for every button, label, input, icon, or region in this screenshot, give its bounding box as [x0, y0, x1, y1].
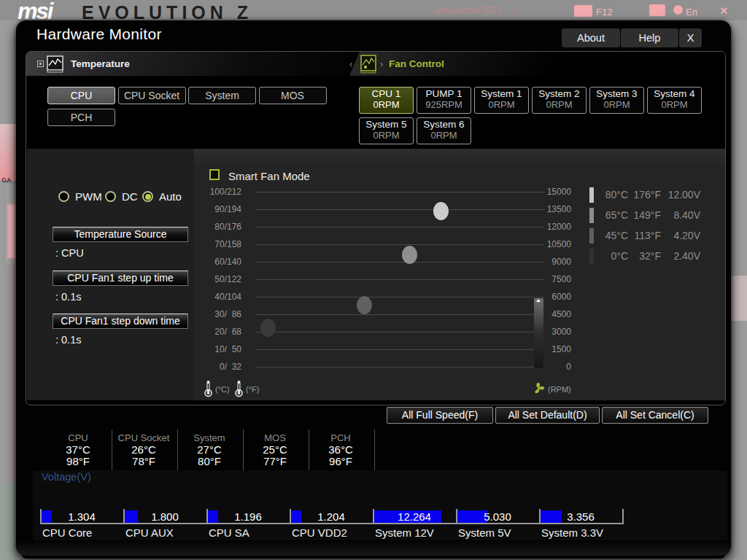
status-temp-f-3: 77°F [242, 455, 308, 467]
about-button[interactable]: About [562, 28, 620, 47]
mode-radio-pwm[interactable] [58, 191, 69, 202]
ref-temp-f-2: 113°F [629, 230, 661, 241]
field-value-2: : 0.1s [55, 334, 81, 346]
fan-prev-chevron[interactable]: ‹ [349, 58, 352, 69]
language-label[interactable]: En [686, 7, 697, 18]
footer-button-1[interactable]: All Set Default(D) [495, 407, 600, 424]
fan-button-pump-1[interactable]: PUMP 1925RPM [417, 87, 471, 114]
ref-temp-f-1: 149°F [629, 209, 661, 221]
fan-button-system-6[interactable]: System 60RPM [417, 117, 471, 144]
smart-fan-mode-checkbox[interactable] [209, 169, 220, 180]
monitor-icon[interactable] [649, 4, 665, 16]
bg-decor-right [731, 276, 747, 321]
bg-sidebar-tab [0, 124, 16, 181]
temp-tick-9: 10/50 [183, 344, 241, 354]
footer-button-0[interactable]: All Full Speed(F) [387, 407, 493, 424]
celsius-legend: (°C) [215, 385, 230, 394]
bg-sidebar-label: GA [1, 176, 12, 184]
temp-tick-7: 30/86 [183, 309, 241, 319]
field-value-1: : 0.1s [55, 291, 81, 303]
rpm-tick-10: 0 [520, 362, 571, 372]
bell-icon[interactable] [673, 5, 683, 15]
fan-curve-panel [194, 149, 725, 400]
fan-next-chevron[interactable]: › [380, 58, 383, 69]
fan-curve-point-3[interactable] [260, 319, 276, 337]
window-close-button[interactable]: X [679, 28, 702, 47]
grid-line-1 [256, 209, 544, 210]
voltage-label-3: CPU VDD2 [292, 526, 347, 539]
fan-legend-icon [533, 382, 546, 395]
field-button-2[interactable]: CPU Fan1 step down time [53, 314, 188, 329]
thermometer-c-icon [204, 380, 213, 397]
fan-button-system-5[interactable]: System 50RPM [359, 117, 414, 144]
temp-tab-cpu[interactable]: CPU [47, 87, 115, 104]
status-temp-c-2: 27°C [177, 443, 242, 456]
fan-rpm: 0RPM [648, 99, 701, 110]
fan-speed-slider[interactable] [534, 298, 543, 368]
fan-rpm: 0RPM [360, 130, 413, 141]
field-button-1[interactable]: CPU Fan1 step up time [53, 271, 188, 286]
voltage-title: Voltage(V) [42, 471, 91, 483]
ref-volt-1: 8.40V [662, 209, 700, 221]
bg-decor-strip-4 [0, 483, 16, 560]
status-temp-f-4: 96°F [308, 455, 374, 467]
fan-name: CPU 1 [360, 88, 413, 99]
fan-curve-point-0[interactable] [433, 202, 449, 220]
bg-close-icon[interactable]: ✕ [719, 4, 729, 18]
mode-radio-auto[interactable] [142, 191, 153, 202]
fan-button-system-1[interactable]: System 10RPM [474, 87, 529, 114]
ref-volt-0: 12.00V [662, 189, 700, 201]
mode-label-pwm: PWM [75, 190, 102, 203]
fan-rpm: 0RPM [533, 99, 586, 110]
bg-menu-advanced[interactable]: Advanced (F7) [427, 4, 507, 16]
status-temp-label-2: System [177, 432, 242, 443]
temp-tab-system[interactable]: System [188, 87, 256, 104]
rpm-tick-2: 12000 [520, 222, 571, 232]
grid-line-3 [256, 244, 544, 245]
fahrenheit-legend: (°F) [246, 385, 259, 394]
radio-dot [145, 194, 151, 200]
field-button-0[interactable]: Temperature Source [53, 227, 188, 242]
status-temp-label-0: CPU [45, 432, 111, 443]
status-temp-c-1: 26°C [111, 443, 177, 456]
mode-radio-dc[interactable] [105, 191, 116, 202]
grid-line-9 [256, 349, 544, 350]
grid-line-10 [256, 367, 544, 368]
decor-backslash: \ [398, 4, 400, 17]
fan-name: System 5 [360, 119, 413, 130]
temp-tick-8: 20/68 [183, 327, 241, 337]
window-title: Hardware Monitor [36, 26, 162, 43]
fan-button-cpu-1[interactable]: CPU 10RPM [359, 87, 414, 114]
mode-label-dc: DC [122, 190, 138, 203]
fan-button-system-3[interactable]: System 30RPM [589, 87, 644, 114]
temp-tab-pch[interactable]: PCH [47, 109, 115, 126]
thermometer-f-icon [234, 380, 244, 397]
fan-name: System 2 [533, 88, 586, 99]
grid-line-2 [256, 227, 544, 228]
status-temp-f-2: 80°F [177, 455, 242, 467]
ref-volt-2: 4.20V [662, 230, 700, 241]
fan-button-system-4[interactable]: System 40RPM [647, 87, 702, 114]
help-button[interactable]: Help [621, 28, 678, 47]
fan-button-system-2[interactable]: System 20RPM [532, 87, 587, 114]
voltage-tick-end [622, 509, 624, 524]
temp-tab-cpu-socket[interactable]: CPU Socket [118, 87, 186, 104]
grid-line-8 [256, 332, 544, 332]
mode-label-auto: Auto [159, 190, 182, 203]
temp-tick-10: 0/32 [183, 362, 241, 372]
modal-bottom-edge [16, 540, 731, 556]
footer-button-2[interactable]: All Set Cancel(C) [602, 407, 708, 424]
status-temp-f-0: 98°F [45, 455, 111, 467]
ref-temp-f-3: 32°F [629, 250, 661, 262]
rpm-tick-3: 10500 [520, 239, 571, 249]
fan-curve-point-1[interactable] [402, 246, 417, 264]
temp-tick-5: 50/122 [183, 274, 241, 284]
f12-label: F12 [596, 7, 612, 18]
voltage-value-6: 3.356 [539, 510, 622, 523]
voltage-label-4: System 12V [375, 526, 434, 539]
monitor-panel: Temperature ‹ › Fan Control CPUCPU Socke… [26, 51, 726, 405]
temp-tick-1: 90/194 [183, 204, 241, 214]
voltage-value-0: 1.304 [40, 510, 123, 523]
f12-screenshot-icon[interactable] [574, 5, 592, 17]
temp-tab-mos[interactable]: MOS [259, 87, 327, 104]
